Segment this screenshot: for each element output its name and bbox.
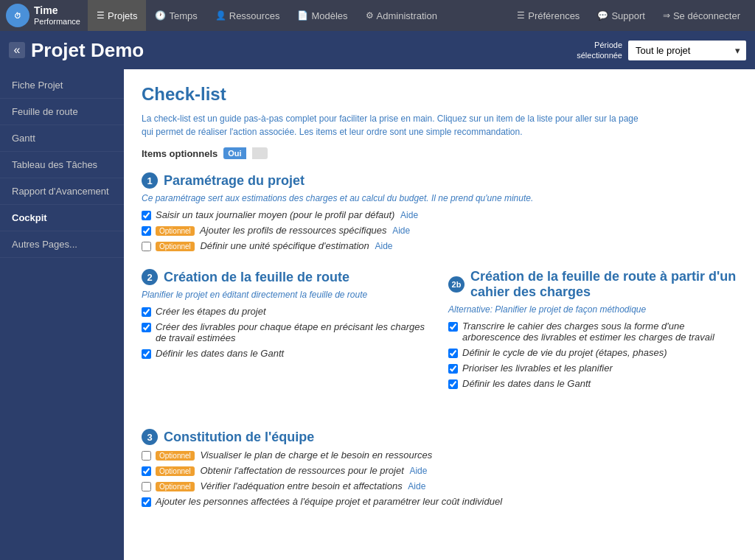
- period-selector: Période sélectionnée Tout le projet Ce m…: [577, 40, 746, 61]
- projets-icon: ☰: [97, 10, 105, 21]
- optional-badge: Optionnel: [156, 482, 195, 491]
- checkbox-3-1[interactable]: [142, 451, 151, 461]
- logo-text: ⏱: [14, 12, 21, 20]
- checkbox-1-1[interactable]: [142, 211, 151, 220]
- item-label-3-2: Optionnel Obtenir l'affectation de resso…: [156, 465, 427, 476]
- toggle-non-button[interactable]: [252, 147, 268, 159]
- sidebar-item-rapport-davancement[interactable]: Rapport d'Avancement: [0, 178, 124, 205]
- nav-preferences[interactable]: ☰ Préférences: [508, 0, 588, 31]
- aide-link-1-2[interactable]: Aide: [392, 225, 410, 236]
- sidebar-item-tableau-des-taches[interactable]: Tableau des Tâches: [0, 152, 124, 178]
- checkbox-3-2[interactable]: [142, 466, 151, 476]
- period-label: Période sélectionnée: [577, 40, 622, 61]
- aide-link-3-3[interactable]: Aide: [408, 481, 425, 491]
- item-label-3-1: Optionnel Visualiser le plan de charge e…: [156, 449, 432, 461]
- item-label-2b-2: Définir le cycle de vie du projet (étape…: [462, 347, 667, 358]
- section-1-subtitle: Ce paramétrage sert aux estimations des …: [142, 193, 737, 203]
- temps-icon: 🕐: [155, 10, 166, 21]
- period-select[interactable]: Tout le projet Ce mois Semaine courante: [628, 41, 746, 60]
- section-2-title[interactable]: Création de la feuille de route: [164, 270, 349, 285]
- section-3: 3 Constitution de l'équipe Optionnel Vis…: [142, 429, 737, 507]
- sidebar-item-feuille-de-route[interactable]: Feuille de route: [0, 99, 124, 125]
- section-2-header: 2 Création de la feuille de route: [142, 269, 431, 285]
- section-3-title[interactable]: Constitution de l'équipe: [164, 430, 314, 445]
- section-2b-title[interactable]: Création de la feuille de route à partir…: [470, 269, 737, 300]
- top-nav: ⏱ Time Performance ☰ Projets 🕐 Temps 👤 R…: [0, 0, 755, 31]
- list-item: Saisir un taux journalier moyen (pour le…: [142, 209, 737, 220]
- project-header: « Projet Demo Période sélectionnée Tout …: [0, 31, 755, 69]
- support-icon: 💬: [597, 10, 608, 21]
- sidebar-item-autres-pages[interactable]: Autres Pages...: [0, 231, 124, 258]
- checkbox-2b-3[interactable]: [448, 364, 458, 374]
- section-2b-header: 2b Création de la feuille de route à par…: [448, 269, 737, 300]
- section-2b-number: 2b: [448, 276, 465, 293]
- checkbox-3-3[interactable]: [142, 482, 151, 491]
- nav-support[interactable]: 💬 Support: [588, 0, 654, 31]
- sidebar-item-gantt[interactable]: Gantt: [0, 125, 124, 152]
- back-button[interactable]: «: [9, 42, 25, 58]
- list-item: Ajouter les personnes affectées à l'équi…: [142, 496, 737, 507]
- app-logo: ⏱: [6, 4, 29, 27]
- list-item: Optionnel Ajouter les profils de ressour…: [142, 225, 737, 236]
- item-label-2b-3: Prioriser les livrables et les planifier: [462, 363, 613, 374]
- sidebar: Fiche Projet Feuille de route Gantt Tabl…: [0, 69, 124, 560]
- sidebar-item-fiche-projet[interactable]: Fiche Projet: [0, 72, 124, 99]
- item-label-3-3: Optionnel Vérifier l'adéquation entre be…: [156, 480, 425, 491]
- checkbox-2-2[interactable]: [142, 323, 151, 332]
- items-optionnels-row: Items optionnels Oui: [142, 147, 737, 159]
- admin-icon: ⚙: [366, 10, 374, 21]
- section-2-number: 2: [142, 269, 158, 285]
- optional-badge: Optionnel: [156, 226, 195, 236]
- checkbox-2b-4[interactable]: [448, 379, 458, 389]
- item-label-3-4: Ajouter les personnes affectées à l'équi…: [156, 496, 502, 507]
- aide-link-1-1[interactable]: Aide: [400, 210, 418, 220]
- two-col-section: 2 Création de la feuille de route Planif…: [142, 269, 737, 411]
- list-item: Optionnel Obtenir l'affectation de resso…: [142, 465, 737, 476]
- project-title: Projet Demo: [31, 39, 144, 62]
- sidebar-item-cockpit[interactable]: Cockpit: [0, 205, 124, 231]
- checkbox-1-2[interactable]: [142, 226, 151, 236]
- item-label-2-3: Définir les dates dans le Gantt: [156, 348, 284, 359]
- logout-icon: ⇒: [663, 10, 670, 21]
- item-label-2b-4: Définir les dates dans le Gantt: [462, 378, 591, 389]
- nav-modeles[interactable]: 📄 Modèles: [288, 0, 356, 31]
- checkbox-1-3[interactable]: [142, 242, 151, 251]
- main-layout: Fiche Projet Feuille de route Gantt Tabl…: [0, 69, 755, 560]
- nav-temps[interactable]: 🕐 Temps: [146, 0, 206, 31]
- section-2: 2 Création de la feuille de route Planif…: [142, 269, 431, 393]
- toggle-oui-button[interactable]: Oui: [223, 147, 246, 159]
- item-label-2-1: Créer les étapes du projet: [156, 306, 266, 317]
- section-2b: 2b Création de la feuille de route à par…: [448, 269, 737, 393]
- item-label-2-2: Créer des livrables pour chaque étape en…: [156, 321, 431, 343]
- section-1-header: 1 Paramétrage du projet: [142, 172, 737, 189]
- list-item: Transcrire le cahier des charges sous la…: [448, 321, 737, 343]
- section-1: 1 Paramétrage du projet Ce paramétrage s…: [142, 172, 737, 251]
- list-item: Définir les dates dans le Gantt: [142, 348, 431, 359]
- aide-link-3-2[interactable]: Aide: [409, 466, 427, 476]
- checkbox-2-1[interactable]: [142, 307, 151, 317]
- checkbox-2b-1[interactable]: [448, 322, 458, 332]
- list-item: Créer les étapes du projet: [142, 306, 431, 317]
- checkbox-2-3[interactable]: [142, 349, 151, 359]
- section-1-title[interactable]: Paramétrage du projet: [164, 173, 305, 189]
- list-item: Prioriser les livrables et les planifier: [448, 363, 737, 374]
- aide-link-1-3[interactable]: Aide: [375, 241, 392, 251]
- nav-ressources[interactable]: 👤 Ressources: [206, 0, 289, 31]
- nav-projets[interactable]: ☰ Projets: [88, 0, 146, 31]
- checkbox-3-4[interactable]: [142, 497, 151, 507]
- list-item: Définir le cycle de vie du projet (étape…: [448, 347, 737, 358]
- section-3-number: 3: [142, 429, 158, 445]
- nav-right: ☰ Préférences 💬 Support ⇒ Se déconnecter: [508, 0, 749, 31]
- checklist-desc: La check-list est un guide pas-à-pas com…: [142, 112, 643, 139]
- nav-logout[interactable]: ⇒ Se déconnecter: [654, 0, 749, 31]
- list-item: Optionnel Définir une unité spécifique d…: [142, 240, 737, 251]
- nav-administration[interactable]: ⚙ Administration: [357, 0, 446, 31]
- item-label-1-1: Saisir un taux journalier moyen (pour le…: [156, 209, 418, 220]
- list-item: Optionnel Vérifier l'adéquation entre be…: [142, 480, 737, 491]
- checkbox-2b-2[interactable]: [448, 349, 458, 358]
- section-2-subtitle: Planifier le projet en éditant directeme…: [142, 290, 431, 300]
- preferences-icon: ☰: [517, 10, 525, 21]
- list-item: Optionnel Visualiser le plan de charge e…: [142, 449, 737, 461]
- section-1-number: 1: [142, 172, 158, 189]
- app-brand: Time Performance: [34, 4, 80, 27]
